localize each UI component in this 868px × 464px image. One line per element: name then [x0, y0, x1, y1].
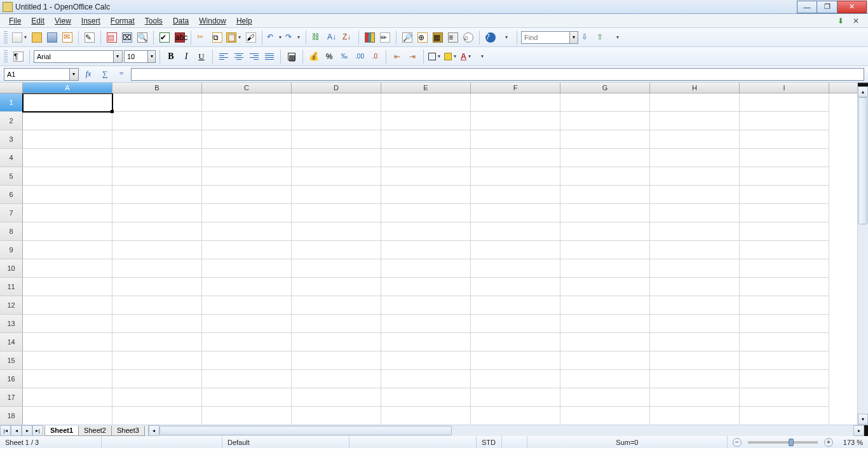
styles-button[interactable]: ¶	[11, 50, 25, 64]
menu-view[interactable]: View	[50, 15, 76, 27]
cell[interactable]	[23, 278, 112, 296]
cell[interactable]	[560, 149, 650, 167]
column-header[interactable]: F	[471, 83, 560, 93]
cell[interactable]	[23, 296, 112, 315]
cell[interactable]	[560, 241, 650, 259]
cell[interactable]	[112, 407, 202, 425]
export-pdf-button[interactable]: ▤	[105, 31, 119, 44]
cell[interactable]	[560, 186, 650, 204]
cell[interactable]	[112, 351, 202, 370]
cell[interactable]	[471, 241, 560, 259]
scroll-right-button[interactable]: ▸	[853, 425, 864, 436]
cell[interactable]	[112, 204, 202, 222]
cell[interactable]	[112, 333, 202, 351]
cell[interactable]	[471, 204, 560, 222]
cell[interactable]	[650, 370, 740, 388]
cell[interactable]	[740, 315, 829, 333]
row-header[interactable]: 5	[0, 167, 23, 186]
format-paintbrush-button[interactable]: 🖌	[244, 31, 258, 44]
standard-format-button[interactable]: ‰	[337, 50, 351, 64]
row-header[interactable]: 6	[0, 186, 23, 204]
autospell-button[interactable]: abc	[173, 31, 187, 44]
cell[interactable]	[381, 259, 471, 278]
cell[interactable]	[560, 370, 650, 388]
cell[interactable]	[202, 370, 292, 388]
cell[interactable]	[560, 130, 650, 149]
cell[interactable]	[112, 315, 202, 333]
row-header[interactable]: 8	[0, 222, 23, 241]
print-button[interactable]: ⌧	[120, 31, 134, 44]
menu-tools[interactable]: Tools	[140, 15, 168, 27]
hscroll-thumb[interactable]	[159, 426, 452, 435]
horizontal-scrollbar[interactable]: ◂ ▸	[148, 425, 868, 435]
maximize-button[interactable]: ❐	[817, 1, 837, 13]
sort-asc-button[interactable]: A↓	[325, 31, 339, 44]
menu-edit[interactable]: Edit	[26, 15, 50, 27]
cell[interactable]	[23, 315, 112, 333]
cell[interactable]	[381, 370, 471, 388]
row-header[interactable]: 7	[0, 204, 23, 222]
scroll-left-button[interactable]: ◂	[149, 425, 159, 436]
cell[interactable]	[23, 333, 112, 351]
cell[interactable]	[381, 222, 471, 241]
cell[interactable]	[292, 388, 381, 407]
cell[interactable]	[381, 167, 471, 186]
cell[interactable]	[292, 186, 381, 204]
cell[interactable]	[202, 333, 292, 351]
cell[interactable]	[740, 278, 829, 296]
cell[interactable]	[740, 407, 829, 425]
formatting-overflow[interactable]: ▾	[475, 50, 489, 64]
cell[interactable]	[292, 259, 381, 278]
cell[interactable]	[471, 278, 560, 296]
column-header[interactable]: D	[292, 83, 381, 93]
cell[interactable]	[381, 112, 471, 130]
cell[interactable]	[381, 388, 471, 407]
print-preview-button[interactable]: 🔍	[135, 31, 149, 44]
cell[interactable]	[202, 278, 292, 296]
cell[interactable]	[471, 186, 560, 204]
cell[interactable]	[650, 296, 740, 315]
gallery-button[interactable]: ▦	[431, 31, 445, 44]
zoom-slider[interactable]	[748, 441, 818, 444]
datasources-button[interactable]: ≡	[446, 31, 460, 44]
undo-button[interactable]: ↶▾	[266, 31, 283, 44]
delete-decimal-button[interactable]: .0	[368, 50, 382, 64]
row-header[interactable]: 13	[0, 315, 23, 333]
row-header[interactable]: 15	[0, 351, 23, 370]
find-replace-button[interactable]: 🔎	[400, 31, 414, 44]
column-header[interactable]: E	[381, 83, 471, 93]
navigator-button[interactable]: ⊕	[416, 31, 430, 44]
cell[interactable]	[292, 315, 381, 333]
cell[interactable]	[112, 222, 202, 241]
copy-button[interactable]: ⧉	[210, 31, 224, 44]
scroll-up-button[interactable]: ▴	[858, 86, 868, 97]
cell[interactable]	[740, 351, 829, 370]
cell[interactable]	[560, 388, 650, 407]
hsplit-handle[interactable]	[864, 425, 868, 436]
cell[interactable]	[650, 222, 740, 241]
row-header[interactable]: 4	[0, 149, 23, 167]
background-color-button[interactable]: ▾	[444, 50, 458, 64]
chart-button[interactable]	[363, 31, 377, 44]
show-draw-button[interactable]: ✏	[378, 31, 392, 44]
row-header[interactable]: 16	[0, 370, 23, 388]
new-button[interactable]: ▾	[11, 31, 29, 44]
find-combo[interactable]: ▾	[521, 31, 578, 44]
dropdown-icon[interactable]: ▾	[147, 51, 155, 62]
cell[interactable]	[471, 222, 560, 241]
vscroll-track[interactable]	[858, 97, 868, 414]
cell[interactable]	[471, 333, 560, 351]
sheet-tab-3[interactable]: Sheet3	[111, 426, 145, 436]
cell[interactable]	[471, 112, 560, 130]
cell[interactable]	[650, 93, 740, 112]
column-header[interactable]: I	[740, 83, 829, 93]
cell[interactable]	[560, 112, 650, 130]
cell[interactable]	[292, 167, 381, 186]
tab-next-button[interactable]: ▸	[22, 425, 32, 436]
cell[interactable]	[740, 112, 829, 130]
column-header[interactable]: G	[560, 83, 650, 93]
zoom-in-button[interactable]: +	[824, 438, 833, 447]
cell[interactable]	[381, 278, 471, 296]
cell[interactable]	[23, 241, 112, 259]
sum-button[interactable]: ∑	[98, 68, 112, 81]
